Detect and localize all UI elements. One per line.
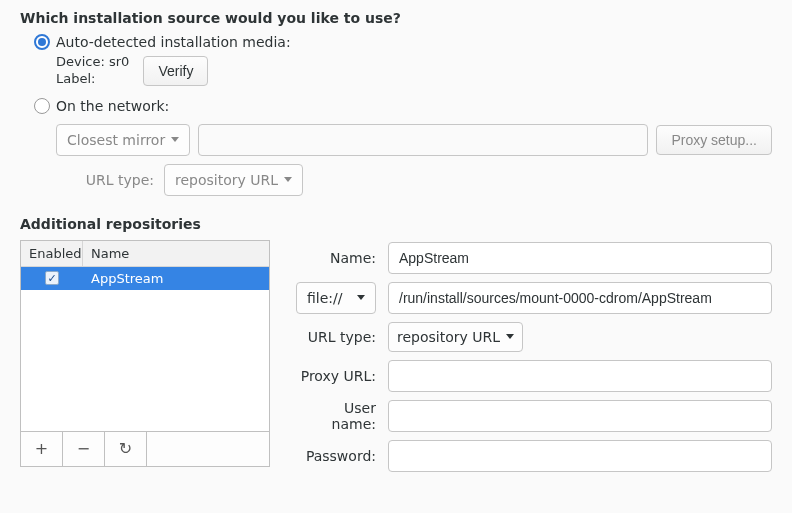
radio-icon-unselected [34,98,50,114]
refresh-repo-button[interactable]: ↻ [105,432,147,466]
mirror-dropdown[interactable]: Closest mirror [56,124,190,156]
repo-table-header: Enabled Name [21,241,269,267]
plus-icon: + [35,439,48,458]
proxy-setup-button[interactable]: Proxy setup... [656,125,772,155]
additional-repos-title: Additional repositories [20,216,772,232]
col-enabled-header[interactable]: Enabled [21,241,83,266]
password-input[interactable] [388,440,772,472]
col-name-header[interactable]: Name [83,241,269,266]
chevron-down-icon [171,137,179,142]
repo-table: Enabled Name ✓ AppStream [20,240,270,432]
password-label: Password: [296,448,376,464]
chevron-down-icon [506,334,514,339]
form-urltype-dropdown[interactable]: repository URL [388,322,523,352]
radio-network[interactable]: On the network: [34,98,772,114]
refresh-icon: ↻ [119,439,132,458]
table-toolbar: + − ↻ [20,432,270,467]
urltype-dropdown[interactable]: repository URL [164,164,303,196]
repo-name-input[interactable] [388,242,772,274]
table-row[interactable]: ✓ AppStream [21,267,269,290]
chevron-down-icon [357,295,365,300]
radio-icon-selected [34,34,50,50]
radio-auto-detected[interactable]: Auto-detected installation media: [34,34,772,50]
proxyurl-label: Proxy URL: [296,368,376,384]
network-url-input[interactable] [198,124,648,156]
username-label: User name: [296,400,376,432]
proxy-url-input[interactable] [388,360,772,392]
scheme-dropdown[interactable]: file:// [296,282,376,314]
remove-repo-button[interactable]: − [63,432,105,466]
verify-button[interactable]: Verify [143,56,208,86]
radio-network-label: On the network: [56,98,169,114]
minus-icon: − [77,439,90,458]
radio-auto-label: Auto-detected installation media: [56,34,291,50]
chevron-down-icon [284,177,292,182]
urltype-label: URL type: [56,172,154,188]
add-repo-button[interactable]: + [21,432,63,466]
device-info: Device: sr0 Label: [56,54,129,88]
name-label: Name: [296,250,376,266]
source-question: Which installation source would you like… [20,10,772,26]
repo-name-cell: AppStream [83,267,269,290]
checkbox-enabled[interactable]: ✓ [45,271,59,285]
username-input[interactable] [388,400,772,432]
form-urltype-label: URL type: [296,329,376,345]
repo-url-input[interactable] [388,282,772,314]
